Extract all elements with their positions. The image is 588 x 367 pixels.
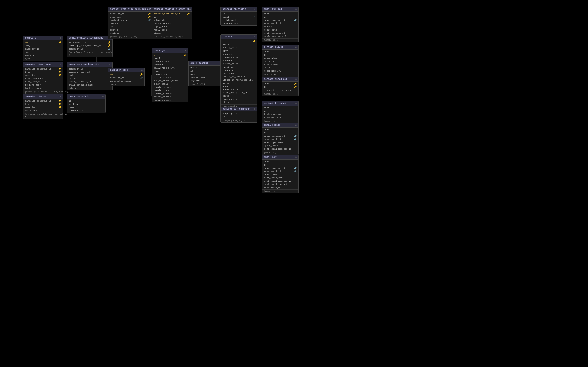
pk-icon: 🔑 — [294, 83, 296, 85]
table-header-ct: campaign_timing ⊞ — [23, 94, 63, 99]
pk-icon: 🔑 — [59, 68, 61, 70]
table-body-eo: email id email_account_id🔗 sent_email_id… — [262, 127, 298, 155]
field-row: email — [262, 50, 298, 53]
field-row: reason — [262, 25, 298, 28]
field-row: id — [189, 69, 225, 73]
table-header-cs: campaign_schedule ⊞ — [67, 94, 105, 99]
pk-icon: 🔑 — [187, 13, 190, 15]
field-row: last_name — [221, 72, 257, 75]
table-contact-statistic-campaign[interactable]: contact_statistic_campaign ⊞ contact_sta… — [152, 7, 192, 39]
table-contact-per-campaign[interactable]: contact_per_campaign ⊞ campaign_id id (c… — [221, 107, 257, 123]
pk-icon: 🔑 — [148, 16, 151, 18]
field-row: status — [152, 31, 191, 35]
field-row: bounces_count — [152, 60, 188, 63]
table-body-cst: campaign_id🔗 campaign_step_id🔗 body cc_l… — [67, 67, 112, 90]
db-diagram: template ⊞ id 🔑 body category_id name su… — [0, 0, 588, 367]
table-email-account[interactable]: email_account ⊞ email🔑 id name sender_na… — [188, 61, 225, 86]
field-row: cc_list — [67, 77, 112, 80]
field-row: reply_date — [262, 28, 298, 31]
field-row: sent_email_id🔗 — [262, 138, 298, 141]
index-row: (email_id) ℹ — [262, 151, 298, 154]
table-icon-er: ⊞ — [295, 8, 296, 10]
table-template[interactable]: template ⊞ id 🔑 body category_id name su… — [23, 35, 63, 61]
field-row: notes — [221, 81, 257, 85]
pk-icon: 🔑 — [148, 13, 151, 15]
field-row: company — [221, 52, 257, 56]
field-row: is_opted_out — [221, 22, 257, 25]
pk-icon: 🔑 — [59, 74, 61, 77]
table-campaign-time-range[interactable]: campaign_time_range ⊞ campaign_schedule_… — [23, 62, 63, 96]
table-contact-called[interactable]: contact_called ⊞ email id disposition du… — [262, 45, 299, 80]
table-email-template-attachment[interactable]: email_template_attachment ⊞ attachment_i… — [67, 35, 112, 57]
table-body-ctr: campaign_schedule_id🔑 type🔑 week_day🔑 fr… — [23, 67, 63, 96]
table-header-csc: contact_statistic_campaign ⊞ — [152, 7, 191, 12]
table-body-cs: id is_default name timezone_id — [67, 99, 105, 113]
field-row: in_minutes_count — [108, 79, 145, 83]
field-row: step_num🔑 — [108, 15, 153, 19]
field-row: sent_email_message_id — [262, 147, 298, 150]
field-row: phone_status — [221, 88, 257, 91]
index-row: (campaign_id,id) ℹ — [221, 119, 257, 122]
table-email-opened[interactable]: email_opened ⊞ email id email_account_id… — [262, 123, 299, 155]
table-body-ct: campaign_schedule_id🔑 type🔑 week_day🔑 is… — [23, 99, 63, 119]
field-row: week_day🔑 — [23, 74, 63, 77]
table-campaign-timing[interactable]: campaign_timing ⊞ campaign_schedule_id🔑 … — [23, 94, 63, 119]
table-body-ea: email🔑 id name sender_name signature (em… — [189, 66, 225, 86]
field-row: reply_text — [152, 28, 191, 31]
table-body-campstep: id🔑 campaign_id🔗 in_minutes_count number — [108, 73, 145, 86]
pk-icon: 🔑 — [140, 73, 143, 76]
table-campaign[interactable]: campaign ⊞ id🔑 email bounces_count creat… — [152, 48, 188, 102]
table-body-contact-stat: id email🔗 is_blocked is_opted_out — [221, 12, 257, 25]
field-row: first_name — [221, 65, 257, 69]
field-row: email — [262, 106, 298, 109]
table-contact-opted-out[interactable]: contact_opted_out ⊞ email🔑 id🔑 prospect_… — [262, 77, 299, 96]
field-row: id — [262, 131, 298, 134]
fk-icon: 🔗 — [294, 19, 296, 21]
field-row: number — [108, 83, 145, 86]
fk-icon: 🔗 — [140, 77, 143, 79]
field-row: prospect_opt_out_date — [262, 89, 298, 92]
field-row: campaign_id🔗 — [67, 67, 112, 70]
fk-icon: 🔗 — [294, 138, 296, 140]
field-row: type — [23, 57, 63, 60]
table-header-cc: contact_called ⊞ — [262, 45, 298, 50]
table-campaign-step-template[interactable]: campaign_step_template ⊞ campaign_id🔗 ca… — [67, 62, 112, 90]
pk-icon: 🔑 — [184, 54, 186, 56]
field-row: id — [262, 53, 298, 56]
table-email-sent[interactable]: email_sent ⊞ email id email_account_id🔗 … — [262, 155, 299, 193]
field-row: from_number — [262, 63, 298, 66]
pk-icon: 🔑 — [59, 100, 61, 102]
table-contact-statistic[interactable]: contact_statistic ⊞ id email🔗 is_blocked… — [221, 7, 257, 26]
field-row: sent_email_date — [262, 176, 298, 179]
field-row: adding_date — [221, 46, 257, 49]
table-icon-campaign: ⊞ — [185, 49, 186, 52]
field-row: type🔑 — [23, 102, 63, 106]
field-row: country — [221, 59, 257, 62]
field-row: date — [108, 25, 153, 28]
table-body-csc: contact_statistic_id🔑 id inbox_state per… — [152, 12, 191, 39]
field-row: email — [152, 57, 188, 60]
field-row: sent_email_variant — [262, 183, 298, 186]
table-header-contact-stat: contact_statistic ⊞ — [221, 7, 257, 12]
field-row: id — [152, 15, 191, 19]
field-row: notes — [262, 66, 298, 69]
table-contact-statistic-campaign-email[interactable]: contact_statistic_campaign_email ⊞ campa… — [108, 7, 153, 39]
field-row: disposition — [262, 56, 298, 60]
field-row: attachment_id 🔑 — [67, 41, 112, 44]
table-campaign-step[interactable]: campaign_step ⊞ id🔑 campaign_id🔗 in_minu… — [108, 68, 145, 86]
table-contact[interactable]: contact ⊞ id🔑 email adding_date city com… — [221, 34, 257, 108]
table-email-replied[interactable]: email_replied ⊞ email id email_account_i… — [262, 7, 299, 42]
table-header-eo: email_opened ⊞ — [262, 123, 298, 127]
table-contact-finished[interactable]: contact_finished ⊞ email id finish_reaso… — [262, 101, 299, 123]
field-row: from_time_minute — [23, 80, 63, 83]
table-icon-csc: ⊞ — [190, 8, 191, 10]
table-body-csce: campaign_id🔑 step_num🔑 contact_statistic… — [108, 12, 153, 39]
index-row: (email_id) ℹ — [262, 119, 298, 123]
field-row: email — [262, 160, 298, 163]
index-row: (contact_statistic_id) ℹ — [152, 35, 191, 38]
field-row: body — [23, 44, 63, 47]
table-icon-template: ⊞ — [60, 37, 61, 39]
table-header-campaign: campaign ⊞ — [152, 48, 188, 53]
table-campaign-schedule[interactable]: campaign_schedule ⊞ id is_default name t… — [67, 94, 106, 113]
field-row: email — [221, 43, 257, 46]
